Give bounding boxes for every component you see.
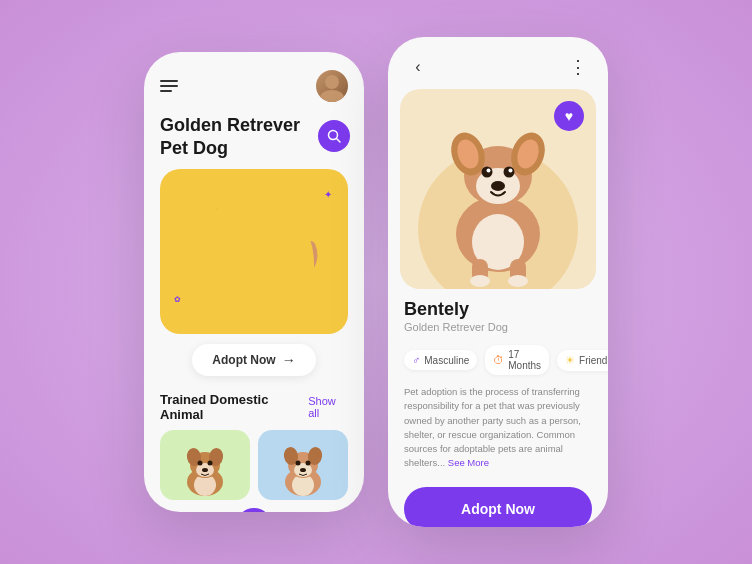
see-more-link[interactable]: See More [448, 457, 489, 468]
pet-card-2[interactable] [258, 430, 348, 500]
menu-icon[interactable] [160, 80, 178, 92]
svg-point-0 [325, 75, 339, 89]
age-label: 17 Months [508, 349, 541, 371]
svg-point-52 [509, 169, 513, 173]
pet-card-1-image [178, 440, 233, 500]
tag-age: ⏱ 17 Months [485, 345, 549, 375]
show-all-link[interactable]: Show all [308, 395, 348, 419]
bottom-nav [144, 508, 364, 512]
phone-2: ‹ ⋮ [388, 37, 608, 527]
more-icon: ⋮ [569, 56, 588, 78]
back-icon: ‹ [415, 58, 420, 76]
arrow-right-icon: → [282, 352, 296, 368]
tag-mood: ☀ Friendly [557, 350, 608, 371]
pet-card-2-image [276, 440, 331, 500]
adopt-now-small-label: Adopt Now [212, 353, 275, 367]
heart-icon: ♥ [565, 108, 573, 124]
section-title: Trained Domestic Animal [160, 392, 308, 422]
phone-1: Golden Retrever Pet Dog [144, 52, 364, 512]
svg-point-56 [470, 275, 490, 287]
dog-breed: Golden Retrever Dog [404, 321, 592, 333]
description-text: Pet adoption is the process of transferr… [404, 386, 581, 468]
gender-label: Masculine [424, 355, 469, 366]
svg-point-57 [508, 275, 528, 287]
mood-icon: ☀ [565, 354, 575, 367]
svg-point-50 [504, 167, 515, 178]
adopt-now-bar: Adopt Now → [160, 344, 348, 376]
svg-point-27 [197, 461, 202, 466]
back-button[interactable]: ‹ [404, 53, 432, 81]
svg-line-3 [337, 139, 341, 143]
svg-point-28 [207, 461, 212, 466]
search-button[interactable] [318, 120, 350, 152]
svg-point-1 [320, 90, 344, 102]
section-header: Trained Domestic Animal Show all [144, 386, 364, 430]
adopt-now-small-button[interactable]: Adopt Now → [192, 344, 315, 376]
dog-description: Pet adoption is the process of transferr… [388, 381, 608, 481]
more-button[interactable]: ⋮ [564, 53, 592, 81]
pet-card-1[interactable] [160, 430, 250, 500]
pet-cards-row [144, 430, 364, 500]
gender-icon: ♂ [412, 354, 420, 366]
phone1-header [144, 52, 364, 110]
dog-tags: ♂ Masculine ⏱ 17 Months ☀ Friendly [388, 339, 608, 381]
adopt-now-button[interactable]: Adopt Now [404, 487, 592, 528]
svg-point-49 [482, 167, 493, 178]
svg-point-29 [202, 468, 208, 472]
time-icon: ⏱ [493, 354, 504, 366]
tag-gender: ♂ Masculine [404, 350, 477, 370]
phones-container: Golden Retrever Pet Dog [144, 37, 608, 527]
svg-point-36 [295, 461, 300, 466]
heart-badge[interactable]: ♥ [554, 101, 584, 131]
phone2-header: ‹ ⋮ [388, 37, 608, 89]
nav-swap-icon[interactable] [236, 508, 272, 512]
svg-point-38 [300, 468, 306, 472]
svg-point-53 [491, 181, 505, 191]
svg-point-37 [305, 461, 310, 466]
dog-info: Bentely Golden Retrever Dog [388, 289, 608, 339]
mood-label: Friendly [579, 355, 608, 366]
svg-point-51 [487, 169, 491, 173]
dog-name: Bentely [404, 299, 592, 320]
avatar[interactable] [316, 70, 348, 102]
phone2-hero: ♥ [400, 89, 596, 289]
dog-detail-image [428, 104, 568, 289]
hero-section: ✦ ✿ [160, 169, 348, 334]
